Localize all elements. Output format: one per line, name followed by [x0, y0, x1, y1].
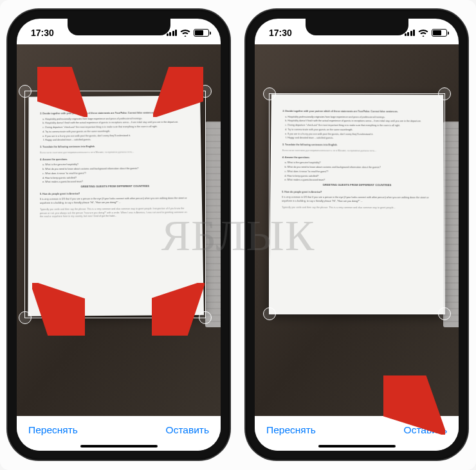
wifi-icon: [180, 29, 190, 37]
phone-mockup-right: 17:30 2. Decide together with your partn…: [246, 10, 468, 460]
crop-handle-top-right[interactable]: [438, 87, 451, 100]
screen: 17:30 2. Decide together with your partn…: [17, 19, 221, 451]
retake-button[interactable]: Переснять: [266, 424, 316, 436]
scan-viewport: 2. Decide together with your partner whi…: [17, 44, 221, 416]
crop-handle-top-left[interactable]: [263, 87, 276, 100]
crop-rectangle[interactable]: [24, 91, 206, 318]
home-indicator[interactable]: [80, 445, 158, 447]
crop-handle-bottom-right[interactable]: [438, 307, 451, 320]
crop-handle-bottom-right[interactable]: [199, 311, 212, 324]
battery-icon: [432, 29, 447, 37]
crop-rectangle[interactable]: [269, 93, 445, 314]
phone-mockup-left: 17:30 2. Decide together with your partn…: [8, 10, 230, 460]
screen: 17:30 2. Decide together with your partn…: [255, 19, 459, 451]
keep-button[interactable]: Оставить: [166, 424, 209, 436]
status-time: 17:30: [31, 28, 54, 38]
crop-handle-bottom-left[interactable]: [19, 311, 32, 324]
battery-icon: [194, 29, 209, 37]
status-time: 17:30: [269, 28, 292, 38]
notch: [306, 19, 408, 35]
notch: [68, 19, 170, 35]
scan-viewport: 2. Decide together with your partner whi…: [255, 44, 459, 416]
wifi-icon: [418, 29, 428, 37]
keep-button[interactable]: Оставить: [404, 424, 447, 436]
retake-button[interactable]: Переснять: [28, 424, 78, 436]
crop-handle-bottom-left[interactable]: [263, 307, 276, 320]
crop-handle-top-right[interactable]: [199, 85, 212, 98]
crop-handle-top-left[interactable]: [19, 85, 32, 98]
home-indicator[interactable]: [318, 445, 396, 447]
